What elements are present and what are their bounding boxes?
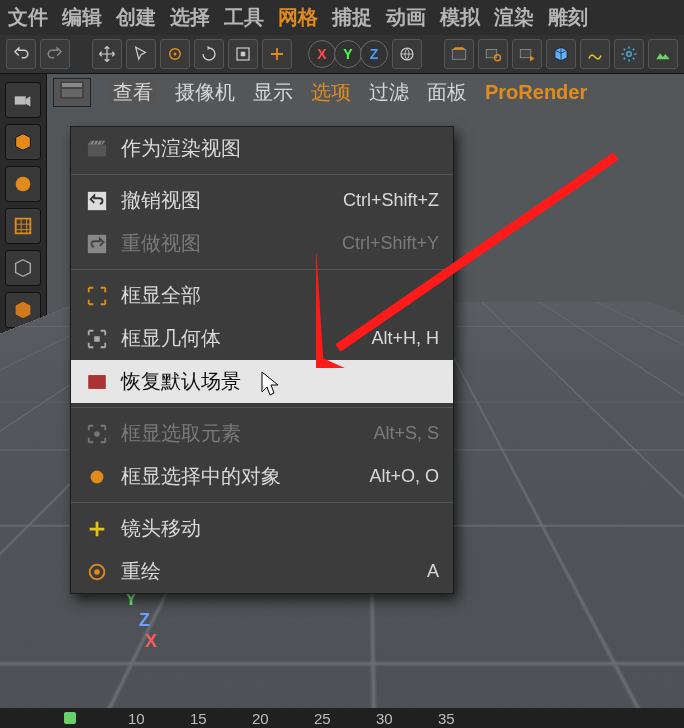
view-menu-dropdown: 作为渲染视图撤销视图Ctrl+Shift+Z重做视图Ctrl+Shift+Y框显… xyxy=(70,126,454,594)
axis-y-toggle[interactable]: Y xyxy=(334,40,362,68)
svg-rect-21 xyxy=(62,89,82,97)
vp-menu-item-3[interactable]: 选项 xyxy=(311,79,351,106)
svg-rect-22 xyxy=(88,144,106,156)
ruler-tick: 35 xyxy=(438,710,448,727)
svg-rect-5 xyxy=(452,50,466,60)
axis-x-toggle[interactable]: X xyxy=(308,40,336,68)
undo-box-icon xyxy=(85,189,109,213)
dropdown-item-4[interactable]: 框显几何体Alt+H, H xyxy=(71,317,453,360)
menu-item-4[interactable]: 工具 xyxy=(224,4,264,31)
menu-item-6[interactable]: 捕捉 xyxy=(332,4,372,31)
camera-tool[interactable] xyxy=(5,82,41,118)
axis-z-toggle[interactable]: Z xyxy=(360,40,388,68)
dropdown-item-5[interactable]: 恢复默认场景 xyxy=(71,360,453,403)
dropdown-item-3[interactable]: 框显全部 xyxy=(71,269,453,317)
svg-rect-20 xyxy=(62,83,82,87)
landscape-button[interactable] xyxy=(648,39,678,69)
timeline-ruler[interactable]: 5101520253035 xyxy=(0,708,684,728)
dropdown-item-label: 框显选取元素 xyxy=(121,420,361,447)
dropdown-item-label: 恢复默认场景 xyxy=(121,368,427,395)
svg-point-1 xyxy=(174,53,177,56)
menu-item-10[interactable]: 雕刻 xyxy=(548,4,588,31)
dropdown-item-6: 框显选取元素Alt+S, S xyxy=(71,407,453,455)
vp-menu-item-1[interactable]: 摄像机 xyxy=(175,79,235,106)
vp-menu-icon[interactable] xyxy=(53,78,91,107)
dropdown-item-label: 框显几何体 xyxy=(121,325,359,352)
svg-point-27 xyxy=(94,431,100,437)
spline-tool-button[interactable] xyxy=(580,39,610,69)
dropdown-item-label: 框显全部 xyxy=(121,282,427,309)
redo-box-icon xyxy=(85,232,109,256)
ruler-tick: 30 xyxy=(376,710,386,727)
dropdown-item-shortcut: Ctrl+Shift+Z xyxy=(343,190,439,211)
menu-item-3[interactable]: 选择 xyxy=(170,4,210,31)
dropdown-item-1[interactable]: 撤销视图Ctrl+Shift+Z xyxy=(71,174,453,222)
svg-rect-8 xyxy=(520,50,531,58)
dropdown-item-label: 作为渲染视图 xyxy=(121,135,427,162)
dropdown-item-shortcut: Alt+S, S xyxy=(373,423,439,444)
frame-geo-icon xyxy=(85,327,109,351)
render-settings-button[interactable] xyxy=(478,39,508,69)
timeline-playhead-icon[interactable] xyxy=(64,712,76,724)
vp-menu-item-0[interactable]: 查看 xyxy=(109,79,157,106)
menu-item-8[interactable]: 模拟 xyxy=(440,4,480,31)
primitive-cube-button[interactable] xyxy=(546,39,576,69)
texture-mode[interactable] xyxy=(5,166,41,202)
scale-tool[interactable] xyxy=(228,39,258,69)
dropdown-item-7[interactable]: 框显选择中的对象Alt+O, O xyxy=(71,455,453,498)
svg-rect-10 xyxy=(15,96,26,104)
frame-obj-icon xyxy=(85,465,109,489)
dropdown-item-2: 重做视图Ctrl+Shift+Y xyxy=(71,222,453,265)
svg-point-30 xyxy=(94,569,100,575)
undo-button[interactable] xyxy=(6,39,36,69)
menu-item-9[interactable]: 渲染 xyxy=(494,4,534,31)
dropdown-item-9[interactable]: 重绘A xyxy=(71,550,453,593)
svg-point-9 xyxy=(627,52,632,57)
clapper-icon xyxy=(85,137,109,161)
menu-item-5[interactable]: 网格 xyxy=(278,4,318,31)
dropdown-item-0[interactable]: 作为渲染视图 xyxy=(71,127,453,170)
rotate-tool[interactable] xyxy=(194,39,224,69)
model-mode[interactable] xyxy=(5,124,41,160)
svg-rect-3 xyxy=(241,52,246,57)
add-tool[interactable] xyxy=(262,39,292,69)
move-tool[interactable] xyxy=(92,39,122,69)
ruler-tick: 15 xyxy=(190,710,200,727)
select-tool[interactable] xyxy=(126,39,156,69)
menu-item-1[interactable]: 编辑 xyxy=(62,4,102,31)
frame-all-icon xyxy=(85,284,109,308)
dropdown-item-label: 框显选择中的对象 xyxy=(121,463,357,490)
render-queue-button[interactable] xyxy=(512,39,542,69)
ruler-tick: 20 xyxy=(252,710,262,727)
render-button[interactable] xyxy=(444,39,474,69)
dropdown-item-shortcut: Alt+H, H xyxy=(371,328,439,349)
dropdown-item-shortcut: Alt+O, O xyxy=(369,466,439,487)
coord-system-button[interactable] xyxy=(392,39,422,69)
menu-item-2[interactable]: 创建 xyxy=(116,4,156,31)
menu-item-7[interactable]: 动画 xyxy=(386,4,426,31)
svg-rect-26 xyxy=(89,375,106,388)
plus-icon xyxy=(85,517,109,541)
vp-menu-item-6[interactable]: ProRender xyxy=(485,81,587,104)
svg-point-28 xyxy=(91,470,104,483)
main-toolbar: X Y Z xyxy=(0,35,684,74)
redo-button[interactable] xyxy=(40,39,70,69)
dropdown-item-shortcut: Ctrl+Shift+Y xyxy=(342,233,439,254)
main-menubar: 文件编辑创建选择工具网格捕捉动画模拟渲染雕刻 xyxy=(0,0,684,35)
dropdown-item-8[interactable]: 镜头移动 xyxy=(71,502,453,550)
dropdown-item-shortcut: A xyxy=(427,561,439,582)
ruler-tick: 10 xyxy=(128,710,138,727)
live-select-tool[interactable] xyxy=(160,39,190,69)
vp-menu-item-5[interactable]: 面板 xyxy=(427,79,467,106)
dropdown-item-label: 重绘 xyxy=(121,558,415,585)
edge-mode[interactable] xyxy=(5,250,41,286)
ruler-tick: 25 xyxy=(314,710,324,727)
svg-rect-25 xyxy=(94,336,100,342)
settings-button[interactable] xyxy=(614,39,644,69)
menu-item-0[interactable]: 文件 xyxy=(8,4,48,31)
vp-menu-item-4[interactable]: 过滤 xyxy=(369,79,409,106)
point-mode[interactable] xyxy=(5,208,41,244)
dropdown-item-label: 镜头移动 xyxy=(121,515,427,542)
axis-toggle-group: X Y Z xyxy=(310,40,388,68)
vp-menu-item-2[interactable]: 显示 xyxy=(253,79,293,106)
